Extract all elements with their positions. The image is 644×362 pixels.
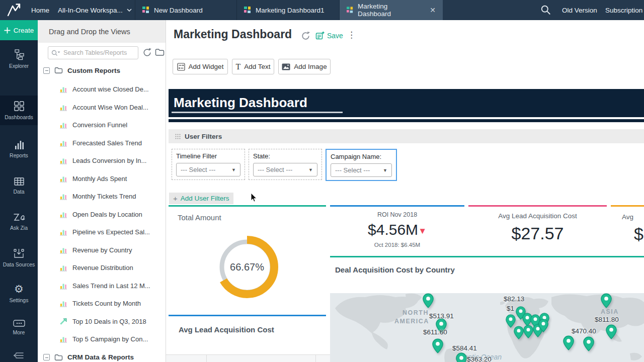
roi-kpi-widget[interactable]: ROI Nov 2018 $4.56M▼ Oct 2018: $6.45M xyxy=(330,211,464,248)
dashboard-tab-icon xyxy=(142,7,149,14)
add-text-button[interactable]: T Add Text xyxy=(232,59,274,74)
analytics-logo-icon[interactable] xyxy=(6,0,22,20)
add-user-filters-button[interactable]: + Add User Filters xyxy=(169,193,233,204)
bar-chart-icon xyxy=(59,264,67,272)
save-button[interactable]: Save xyxy=(315,31,343,40)
save-icon xyxy=(315,31,325,40)
add-widget-button[interactable]: Add Widget xyxy=(173,59,228,74)
bar-chart-icon xyxy=(59,175,67,183)
dashboard-tab-icon xyxy=(244,7,251,14)
data-table-icon xyxy=(14,177,25,186)
tab-label: Marketing Dashboard1 xyxy=(256,7,325,14)
filter-timeline: Timeline Filter --- Select ---▼ xyxy=(172,149,245,180)
tree-item-report[interactable]: Account wise Closed De... xyxy=(38,80,166,99)
trend-arrow-icon xyxy=(59,318,67,325)
state-filter-select[interactable]: --- Select ---▼ xyxy=(253,163,317,176)
bar-chart-icon xyxy=(59,300,67,307)
gauge-value: 66.67% xyxy=(212,261,282,273)
search-input[interactable] xyxy=(48,46,138,59)
map-pin[interactable] xyxy=(538,319,548,332)
tree-item-report[interactable]: Leads Conversion by In... xyxy=(38,152,166,170)
map-pin[interactable] xyxy=(601,293,612,308)
collapse-sidebar-icon[interactable] xyxy=(13,351,24,362)
map-pin[interactable] xyxy=(432,338,443,353)
sidebar-item-label: Ask Zia xyxy=(10,225,28,231)
reports-icon xyxy=(14,140,25,150)
tree-item-report[interactable]: Revenue Distribution xyxy=(38,259,166,277)
sidebar-item-settings[interactable]: ⚙ Settings xyxy=(0,284,38,303)
sidebar-item-dashboards[interactable]: Dashboards xyxy=(0,96,38,125)
folder-icon xyxy=(54,67,63,74)
tab-new-dashboard[interactable]: New Dashboard xyxy=(135,0,236,20)
refresh-icon[interactable] xyxy=(142,48,152,59)
close-tab-icon[interactable]: ✕ xyxy=(430,6,436,14)
collapse-expander-icon[interactable] xyxy=(43,354,50,360)
tree-item-report[interactable]: Monthly Tickets Trend xyxy=(38,188,166,206)
collapse-expander-icon[interactable] xyxy=(43,67,50,74)
map-pin[interactable] xyxy=(583,336,594,351)
gauge-chart[interactable]: 66.67% xyxy=(212,232,282,304)
tree-item-report[interactable]: Conversion Funnel xyxy=(38,116,166,134)
map-pin[interactable] xyxy=(563,335,574,350)
map-value-label: $811.80 xyxy=(595,316,619,323)
tab-marketing-dashboard1[interactable]: Marketing Dashboard1 xyxy=(236,0,339,20)
sidebar-item-ask-zia[interactable]: Ask Zia xyxy=(0,212,38,231)
map-pin[interactable] xyxy=(523,325,533,338)
banner-title: Marketing Dashboard xyxy=(174,95,307,111)
plus-icon: + xyxy=(173,194,178,203)
widget-accent-blue xyxy=(169,315,326,316)
workspace-selector[interactable]: All-In-One Workspa... xyxy=(58,0,132,20)
more-options-icon[interactable]: ⋮ xyxy=(347,30,356,40)
create-button[interactable]: Create xyxy=(0,20,38,40)
kpi-title: Avg Lead Acquisition Cost xyxy=(468,212,607,220)
map-pin[interactable] xyxy=(456,352,467,362)
tree-item-report[interactable]: Revenue by Country xyxy=(38,241,166,259)
sidebar-item-more[interactable]: More xyxy=(0,320,38,335)
timeline-filter-select[interactable]: --- Select ---▼ xyxy=(176,163,240,176)
avg-lead-kpi-widget[interactable]: Avg Lead Acquisition Cost $27.57 xyxy=(468,212,607,243)
campaign-filter-select[interactable]: --- Select ---▼ xyxy=(331,163,392,177)
tree-item-report[interactable]: Top 5 Campaign by Con... xyxy=(38,330,166,348)
sidebar-item-data-sources[interactable]: Data Sources xyxy=(0,247,38,267)
widget-icon xyxy=(177,63,185,71)
widget-accent-blue xyxy=(330,205,464,207)
refresh-dashboard-icon[interactable] xyxy=(301,31,310,43)
old-version-link[interactable]: Old Version xyxy=(562,0,597,20)
bar-chart-icon xyxy=(59,335,67,343)
map-pin[interactable] xyxy=(514,326,524,339)
search-icon[interactable] xyxy=(540,0,551,20)
tree-item-report[interactable]: Tickets Count by Month xyxy=(38,295,166,313)
sidebar-item-explorer[interactable]: Explorer xyxy=(0,49,38,69)
tree-folder-crm-data[interactable]: CRM Data & Reports xyxy=(38,351,166,362)
sidebar-item-data[interactable]: Data xyxy=(0,177,38,195)
explorer-icon xyxy=(13,49,25,60)
dashboard-tab-icon xyxy=(347,7,353,14)
tree-folder-custom-reports[interactable]: Custom Reports xyxy=(38,64,166,76)
map-pin[interactable] xyxy=(423,293,434,308)
sidebar-item-label: Settings xyxy=(10,297,29,303)
world-map[interactable]: NORTH AMERICA ASIA Atlantic Ocean $1 xyxy=(330,293,644,362)
folder-icon xyxy=(54,354,63,361)
add-image-button[interactable]: Add Image xyxy=(278,59,331,74)
tree-item-report[interactable]: Sales Trend in Last 12 M... xyxy=(38,277,166,295)
tree-item-report[interactable]: Monthly Ads Spent xyxy=(38,170,166,188)
tab-marketing-dashboard[interactable]: Marketing Dashboard ✕ xyxy=(339,0,443,20)
folder-icon[interactable] xyxy=(155,48,165,58)
sidebar-item-reports[interactable]: Reports xyxy=(0,140,38,158)
more-icon xyxy=(13,320,25,327)
tree-item-report[interactable]: Open Deals by Location xyxy=(38,206,166,224)
map-pin[interactable] xyxy=(606,324,617,339)
region-label: ASIA xyxy=(601,308,619,315)
tree-item-report[interactable]: Account Wise Won Deal... xyxy=(38,99,166,117)
tree-item-report[interactable]: Forecasted Sales Trend xyxy=(38,134,166,152)
chevron-down-icon: ▼ xyxy=(383,168,387,173)
kpi-value: $27.57 xyxy=(468,224,607,243)
subscription-link[interactable]: Subscription xyxy=(605,0,642,20)
bar-chart-icon xyxy=(59,104,67,111)
user-filters-header[interactable]: User Filters xyxy=(169,129,644,143)
tree-item-report[interactable]: Pipeline vs Expected Sal... xyxy=(38,223,166,241)
nav-home[interactable]: Home xyxy=(31,0,49,20)
bar-chart-icon xyxy=(59,211,67,218)
bar-chart-icon xyxy=(59,139,67,147)
tree-item-report[interactable]: Top 10 Deals in Q3, 2018 xyxy=(38,313,166,331)
